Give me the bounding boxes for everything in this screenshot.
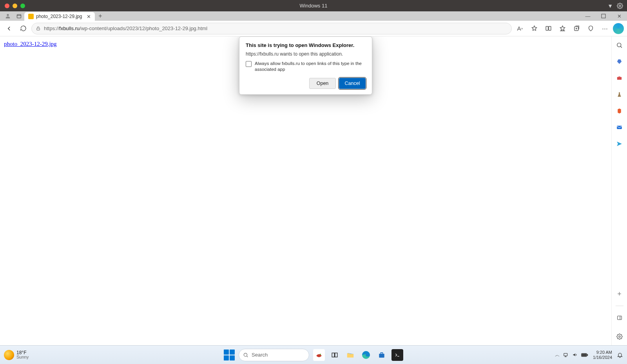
svg-rect-4 (602, 14, 605, 18)
minimize-window-button[interactable] (13, 4, 17, 8)
url-path: /wp-content/uploads/2023/12/photo_2023-1… (80, 25, 207, 31)
tray-volume-icon[interactable] (572, 352, 578, 358)
page-area: photo_2023-12-29.jpg This site is trying… (0, 36, 627, 345)
svg-rect-32 (582, 354, 586, 356)
page-link[interactable]: photo_2023-12-29.jpg (4, 41, 57, 47)
taskbar-file-explorer[interactable] (344, 349, 356, 361)
favorite-icon[interactable] (528, 23, 540, 34)
svg-point-12 (617, 43, 621, 47)
collections-icon[interactable] (571, 23, 582, 34)
window-minimize-button[interactable]: — (580, 11, 596, 21)
sidebar-settings-icon[interactable] (615, 332, 624, 341)
read-aloud-icon[interactable]: A» (514, 23, 526, 34)
always-allow-label: Always allow fxbulls.ru to open links of… (255, 61, 366, 72)
refresh-button[interactable] (17, 23, 29, 34)
dialog-checkbox-row[interactable]: Always allow fxbulls.ru to open links of… (246, 61, 366, 72)
svg-rect-22 (332, 353, 334, 357)
svg-rect-23 (335, 353, 337, 357)
svg-point-19 (244, 353, 247, 356)
svg-rect-27 (564, 353, 567, 356)
window-maximize-button[interactable] (596, 11, 611, 21)
edge-sidebar: + (611, 36, 627, 345)
tab-actions-button[interactable] (13, 11, 24, 21)
browser-tab[interactable]: photo_2023-12-29.jpg ✕ (24, 12, 95, 21)
dialog-button-row: Open Cancel (246, 78, 366, 89)
svg-point-0 (619, 5, 621, 7)
browser-essentials-icon[interactable] (585, 23, 596, 34)
split-screen-icon[interactable] (542, 23, 554, 34)
tray-battery-icon[interactable] (581, 353, 588, 357)
svg-line-20 (246, 356, 248, 357)
url-text: https://fxbulls.ru/wp-content/uploads/20… (44, 25, 507, 31)
taskbar-store[interactable] (376, 349, 388, 361)
dialog-body: https://fxbulls.ru wants to open this ap… (246, 51, 366, 57)
svg-rect-15 (617, 126, 622, 129)
weather-icon (4, 350, 14, 360)
svg-point-21 (320, 353, 321, 355)
page-body[interactable]: photo_2023-12-29.jpg This site is trying… (0, 36, 611, 345)
system-tray[interactable]: ︿ (555, 351, 588, 359)
back-button[interactable] (3, 23, 15, 34)
taskbar-app-taskview[interactable] (329, 349, 341, 361)
clock-date: 1/16/2024 (593, 355, 612, 360)
sidebar-hide-icon[interactable] (615, 313, 624, 323)
taskbar-center: Search (224, 349, 403, 361)
vm-menu-icon[interactable]: ▼ (607, 3, 613, 9)
taskbar-clock[interactable]: 9:20 AM 1/16/2024 (593, 350, 612, 359)
search-placeholder: Search (252, 352, 268, 358)
svg-line-13 (620, 46, 622, 48)
close-window-button[interactable] (5, 4, 9, 8)
weather-condition: Sunny (16, 355, 29, 359)
url-scheme: https:// (44, 25, 59, 31)
taskbar-terminal[interactable] (391, 349, 403, 361)
clock-time: 9:20 AM (596, 350, 612, 355)
vm-titlebar-actions: ▼ (607, 3, 623, 9)
copilot-button[interactable] (613, 23, 624, 34)
favorites-list-icon[interactable] (556, 23, 568, 34)
always-allow-checkbox[interactable] (246, 61, 252, 67)
svg-point-1 (7, 14, 9, 16)
notifications-icon[interactable] (617, 352, 623, 358)
sidebar-drop-icon[interactable] (615, 139, 624, 148)
sidebar-add-icon[interactable]: + (615, 289, 624, 299)
weather-widget[interactable]: 18°F Sunny (4, 350, 29, 360)
svg-rect-16 (617, 316, 622, 319)
svg-rect-14 (617, 77, 622, 79)
start-button[interactable] (224, 350, 235, 360)
sidebar-search-icon[interactable] (615, 40, 624, 50)
dialog-open-button[interactable]: Open (309, 78, 336, 89)
address-bar[interactable]: https://fxbulls.ru/wp-content/uploads/20… (31, 23, 512, 34)
tab-favicon (28, 14, 34, 19)
zoom-window-button[interactable] (20, 4, 25, 8)
profile-button[interactable] (2, 11, 13, 21)
dialog-title: This site is trying to open Windows Expl… (246, 42, 366, 48)
sidebar-m365-icon[interactable] (615, 106, 624, 115)
window-traffic-lights (5, 4, 25, 8)
window-close-button[interactable]: ✕ (611, 11, 627, 21)
dialog-cancel-button[interactable]: Cancel (339, 78, 366, 89)
sidebar-games-icon[interactable] (615, 90, 624, 99)
search-icon (243, 352, 248, 358)
taskbar-search[interactable]: Search (239, 349, 309, 361)
url-host: fxbulls.ru (59, 25, 80, 31)
taskbar-right: ︿ 9:20 AM 1/16/2024 (555, 350, 623, 359)
vm-title: Windows 11 (300, 3, 328, 9)
svg-rect-7 (549, 27, 551, 31)
taskbar-edge[interactable] (360, 349, 372, 361)
vm-settings-icon[interactable] (617, 3, 623, 9)
browser-toolbar: https://fxbulls.ru/wp-content/uploads/20… (0, 21, 627, 36)
more-menu-icon[interactable]: ⋯ (599, 23, 611, 34)
taskbar-app-1[interactable] (313, 349, 325, 361)
tray-chevron-icon[interactable]: ︿ (555, 351, 560, 359)
tab-close-button[interactable]: ✕ (87, 14, 91, 20)
sidebar-outlook-icon[interactable] (615, 123, 624, 132)
svg-rect-31 (587, 354, 588, 355)
lock-icon (36, 26, 41, 31)
sidebar-tools-icon[interactable] (615, 73, 624, 83)
new-tab-button[interactable]: + (95, 11, 106, 21)
browser-tabstrip: photo_2023-12-29.jpg ✕ + — ✕ (0, 11, 627, 21)
svg-rect-25 (379, 353, 384, 357)
vm-titlebar: Windows 11 ▼ (0, 0, 627, 11)
sidebar-shopping-icon[interactable] (615, 57, 624, 66)
tray-network-icon[interactable] (563, 352, 569, 358)
